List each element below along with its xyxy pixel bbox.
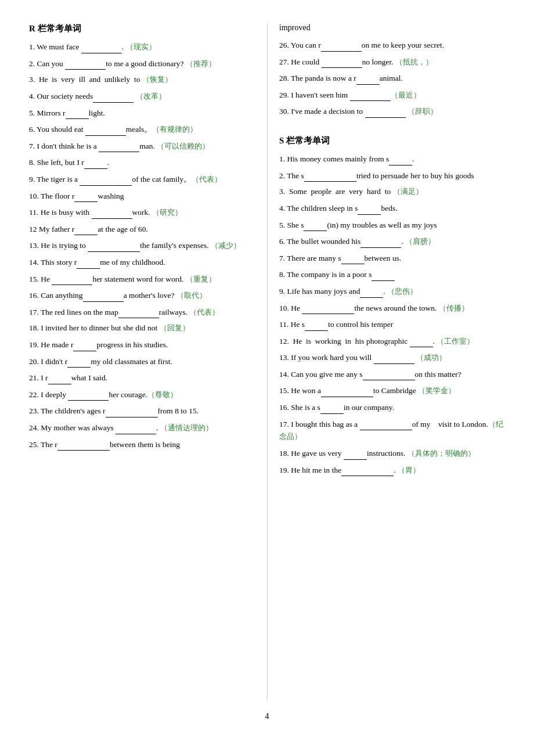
blank [83, 289, 124, 302]
blank [67, 355, 91, 368]
blank [356, 71, 380, 85]
blank [305, 318, 328, 331]
hint: （减少） [211, 241, 241, 250]
list-item: 25. The r between them is being [29, 438, 255, 451]
list-item: 5. She s (in) my troubles as well as my … [279, 218, 505, 232]
hint: （通情达理的） [160, 423, 213, 432]
list-item: 16. She is a s in our company. [279, 401, 505, 414]
left-column: R 栏常考单词 1. We must face . （现实） 2. Can yo… [29, 23, 267, 700]
blank [365, 105, 406, 118]
blank [52, 272, 92, 286]
list-item: 20. I didn't r my old classmates at firs… [29, 355, 255, 368]
blank [81, 40, 122, 53]
blank [389, 152, 412, 165]
hint: （具体的；明确的） [407, 449, 475, 458]
list-item: 14. This story r me of my childhood. [29, 255, 255, 269]
blank [302, 301, 354, 315]
blank [360, 235, 401, 248]
list-item: 27. He could no longer. （抵抗，） [279, 55, 505, 69]
list-item: 10. The floor r washing [29, 189, 255, 203]
blank [88, 239, 140, 252]
hint: （代表） [192, 175, 222, 183]
list-item: 6. You should eat meals。（有规律的） [29, 123, 255, 136]
hint: （尊敬） [147, 390, 178, 399]
list-item: 1. His money comes mainly from s . [279, 152, 505, 165]
blank [73, 338, 96, 351]
list-item: 3. Some people are very hard to （满足） [279, 185, 505, 198]
list-item: 3. He is very ill and unlikely to （恢复） [29, 73, 255, 86]
blank [66, 106, 89, 120]
list-item: 2. The s tried to persuade her to buy hi… [279, 169, 505, 182]
list-item: 8. She left, but I r . [29, 156, 255, 169]
right-top-text: improved [279, 23, 505, 33]
list-item: 15. He won a to Cambridge （奖学金） [279, 384, 505, 397]
blank [321, 38, 362, 52]
list-item: 6. The bullet wounded his . （肩膀） [279, 235, 505, 248]
blank [322, 55, 362, 69]
blank [84, 156, 107, 169]
list-item: 23. The children's ages r from 8 to 15. [29, 404, 255, 417]
list-item: 26. You can r on me to keep your secret. [279, 38, 505, 52]
list-item: 5. Mirrors r light. [29, 106, 255, 120]
page: R 栏常考单词 1. We must face . （现实） 2. Can yo… [0, 0, 534, 756]
list-item: 4. Our society needs （改革） [29, 89, 255, 103]
list-item: 15. He her statement word for word. （重复） [29, 272, 255, 286]
list-item: 28. The panda is now a r animal. [279, 71, 505, 85]
blank [92, 206, 132, 219]
blank [304, 169, 356, 182]
blank [48, 371, 71, 384]
hint: （传播） [439, 303, 469, 312]
blank [304, 218, 327, 232]
blank [68, 388, 109, 401]
hint: （恢复） [142, 75, 172, 84]
right-section-title: S 栏常考单词 [279, 135, 505, 146]
blank [93, 89, 134, 103]
hint: （成功） [416, 353, 446, 362]
list-item: 29. I haven't seen him （最近） [279, 88, 505, 102]
list-item: 7. There are many s between us. [279, 251, 505, 265]
list-item: 2. Can you to me a good dictionary? （推荐） [29, 57, 255, 70]
list-item: 14. Can you give me any s on this matter… [279, 368, 505, 381]
blank [363, 368, 415, 381]
blank [74, 222, 98, 236]
hint: （奖学金） [418, 386, 456, 395]
blank [341, 463, 394, 477]
hint: （肩膀） [405, 237, 435, 246]
list-item: 11. He s to control his temper [279, 318, 505, 331]
blank [350, 88, 391, 102]
right-column: improved 26. You can r on me to keep you… [267, 23, 505, 700]
list-item: 1. We must face . （现实） [29, 40, 255, 53]
hint: （改革） [136, 92, 166, 100]
blank [77, 255, 100, 269]
blank [57, 438, 110, 451]
hint: （现实） [126, 42, 156, 51]
blank [65, 57, 106, 70]
list-item: 24. My mother was always . （通情达理的） [29, 421, 255, 434]
blank [321, 384, 373, 397]
list-item: 21. I r what I said. [29, 371, 255, 384]
hint: （可以信赖的） [157, 142, 210, 150]
hint: （悲伤） [387, 287, 417, 296]
blank [106, 404, 158, 417]
list-item: 9. The tiger is a of the cat family。（代表） [29, 172, 255, 186]
list-item: 19. He made r progress in his studies. [29, 338, 255, 351]
list-item: 9. Life has many joys and . （悲伤） [279, 285, 505, 298]
hint: （工作室） [436, 337, 474, 345]
hint: （抵抗，） [395, 57, 433, 66]
list-item: 19. He hit me in the . （胃） [279, 463, 505, 477]
hint: （重复） [186, 274, 216, 283]
blank [99, 139, 139, 153]
blank [358, 201, 381, 215]
blank [360, 417, 412, 431]
blank [341, 251, 365, 265]
list-item: 18. He gave us very instructions. （具体的；明… [279, 447, 505, 460]
hint: （胃） [398, 465, 420, 474]
blank [371, 268, 395, 281]
two-column-layout: R 栏常考单词 1. We must face . （现实） 2. Can yo… [29, 23, 505, 700]
list-item: 12 My father r at the age of 60. [29, 222, 255, 236]
hint: （推荐） [186, 59, 216, 67]
list-item: 16. Can anything a mother's love? （取代） [29, 289, 255, 302]
page-number: 4 [29, 712, 505, 721]
blank [116, 421, 156, 434]
hint: （代表） [189, 308, 219, 316]
